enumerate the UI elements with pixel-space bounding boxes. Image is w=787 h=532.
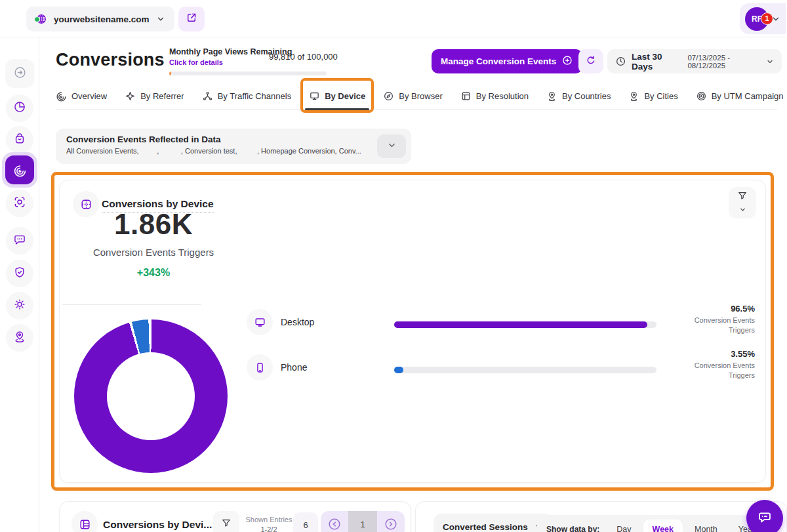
tab-by-countries[interactable]: By Countries: [546, 83, 611, 110]
tab-label: By Referrer: [140, 91, 184, 101]
sidebar-item-analytics[interactable]: [6, 94, 33, 122]
page-size-selector[interactable]: 6: [293, 512, 318, 532]
phone-percent: 3.55%: [676, 349, 755, 359]
tab-label: By Countries: [562, 91, 611, 101]
sidebar-panel-toggle[interactable]: [5, 59, 34, 88]
shown-entries-value: 1-2/2: [245, 525, 293, 532]
table-icon: [71, 511, 98, 532]
clock-icon: [615, 56, 626, 67]
conversion-spiral-icon: [5, 155, 34, 184]
conversions-by-device-table-card: Conversions by Devi... Shown Entries 1-2…: [59, 501, 411, 532]
divider: [62, 304, 201, 305]
card-title[interactable]: Conversions by Devi...: [103, 519, 212, 532]
tab-label: By Resolution: [476, 91, 529, 101]
page-title: Conversions: [56, 50, 165, 70]
funnel-icon: [221, 518, 232, 531]
refresh-icon: [585, 54, 597, 69]
phone-icon: [247, 354, 273, 380]
tab-label: By Device: [325, 91, 365, 101]
tab-label: By UTM Campaign: [712, 91, 784, 101]
tab-by-traffic-channels[interactable]: By Traffic Channels: [202, 83, 291, 110]
chat-feedback-icon: [13, 233, 26, 249]
status-dot: [34, 16, 40, 22]
open-website-button[interactable]: [178, 7, 205, 31]
stat-label: Conversion Events Triggers: [65, 247, 242, 258]
converted-sessions-card: Converted Sessions Show data by: Day Wee…: [415, 501, 787, 532]
tab-by-resolution[interactable]: By Resolution: [460, 83, 529, 110]
plus-circle-icon: [561, 54, 573, 68]
tab-by-browser[interactable]: By Browser: [383, 83, 442, 110]
device-label-desktop: Desktop: [281, 317, 314, 327]
window-frame-icon: [460, 91, 472, 102]
tab-by-device[interactable]: By Device: [309, 83, 365, 110]
sidebar-item-ecommerce[interactable]: [6, 126, 33, 153]
phone-value: 3.55% Conversion Events Triggers: [676, 349, 755, 380]
pageviews-progress-bar: [169, 72, 327, 75]
tab-label: Overview: [71, 91, 107, 101]
previous-page-button[interactable]: [321, 511, 348, 532]
notification-badge: 1: [761, 12, 773, 25]
compass-icon: [383, 91, 394, 102]
shown-entries: Shown Entries 1-2/2: [245, 515, 293, 532]
tab-overview[interactable]: Overview: [56, 83, 107, 110]
avatar: RF 1: [745, 7, 769, 31]
map-pin-icon: [628, 91, 639, 102]
phone-bar-fill: [394, 367, 403, 373]
segment-option-week[interactable]: Week: [643, 520, 683, 532]
tab-label: By Cities: [644, 91, 677, 101]
monitor-icon: [247, 309, 273, 335]
sidebar-item-feedback[interactable]: [6, 227, 33, 255]
tab-label: By Browser: [399, 91, 442, 101]
segment-option-day[interactable]: Day: [607, 520, 640, 532]
chevron-down-icon: [766, 58, 774, 66]
current-page[interactable]: 1: [348, 511, 377, 532]
pageviews-progress-fill: [169, 72, 171, 75]
map-pin-icon: [546, 91, 557, 102]
sidebar-item-conversions[interactable]: [2, 152, 37, 188]
tab-by-utm-campaign[interactable]: By UTM Campaign: [696, 83, 784, 110]
refresh-button[interactable]: [578, 49, 603, 73]
sidebar: [0, 37, 39, 532]
stat-change-badge: +343%: [65, 267, 242, 279]
stat-block: 1.86K Conversion Events Triggers +343%: [65, 208, 242, 279]
spiral-icon: [56, 91, 67, 102]
filter-button[interactable]: [213, 511, 239, 532]
report-tabs: Overview By Referrer By Traffic Channels…: [56, 83, 777, 110]
banner-expand-button[interactable]: [377, 134, 406, 158]
banner-subtitle: All Conversion Events, , , Conversion te…: [66, 147, 372, 155]
account-menu[interactable]: RF 1: [740, 3, 786, 34]
sidebar-item-security[interactable]: [6, 260, 33, 287]
device-donut-chart[interactable]: [74, 319, 228, 473]
phone-bar-track: [394, 367, 656, 373]
tab-by-cities[interactable]: By Cities: [628, 83, 677, 110]
sidebar-item-settings[interactable]: [6, 292, 33, 319]
metric-dropdown[interactable]: Converted Sessions: [434, 514, 553, 532]
date-range-picker[interactable]: Last 30 Days 07/13/2025 - 08/12/2025: [607, 49, 782, 73]
pie-chart-icon: [13, 100, 26, 116]
pagination: 1: [321, 511, 405, 532]
sidebar-item-geo[interactable]: [6, 324, 33, 352]
chevron-down-icon: [156, 14, 165, 24]
manage-button-label: Manage Conversion Events: [441, 56, 556, 66]
settings-gear-icon: [13, 298, 26, 314]
sidebar-item-goals[interactable]: [6, 190, 33, 217]
live-chat-button[interactable]: [746, 500, 783, 532]
target-rings-icon: [696, 91, 707, 102]
pageviews-value: 99,810 of 100,000: [269, 52, 338, 62]
filter-button[interactable]: [729, 187, 756, 218]
panel-toggle-icon: [13, 66, 27, 82]
next-page-button[interactable]: [377, 511, 405, 532]
location-pin-icon: [13, 330, 26, 346]
shopping-bag-icon: [13, 132, 26, 148]
manage-conversion-events-button[interactable]: Manage Conversion Events: [432, 49, 582, 73]
segment-option-month[interactable]: Month: [685, 520, 727, 532]
chevron-down-icon: [387, 140, 397, 153]
chevron-down-icon: [739, 204, 746, 216]
date-preset: Last 30 Days: [632, 52, 679, 72]
sparkle-icon: [125, 91, 136, 102]
pageviews-details-link[interactable]: Click for details: [169, 58, 223, 66]
tab-by-referrer[interactable]: By Referrer: [125, 83, 184, 110]
stat-value: 1.86K: [65, 208, 242, 241]
phone-sublabel: Conversion Events Triggers: [676, 361, 755, 380]
website-selector[interactable]: yourwebsitename.com: [26, 7, 174, 31]
